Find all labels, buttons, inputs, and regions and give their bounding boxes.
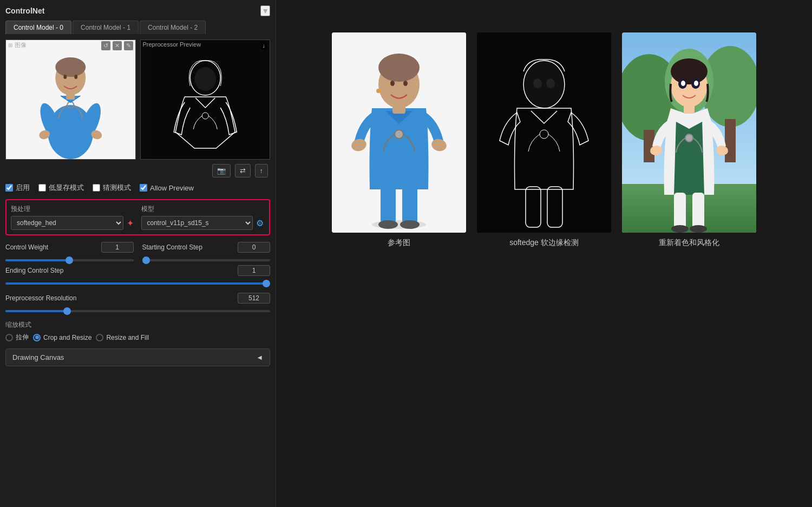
- input-image-label: ⊞ 图像: [8, 41, 27, 49]
- svg-point-49: [672, 62, 687, 79]
- reference-image: [332, 32, 466, 233]
- svg-rect-44: [725, 119, 736, 162]
- svg-rect-12: [151, 40, 259, 159]
- output-edge-label: softedge 软边缘检测: [509, 238, 579, 248]
- panel-collapse-button[interactable]: ▼: [260, 5, 270, 16]
- edge-detection-svg: [141, 40, 270, 159]
- anime-styled-image: [622, 32, 756, 233]
- svg-point-31: [395, 130, 403, 139]
- tab-control-model-0[interactable]: Control Model - 0: [5, 21, 71, 34]
- output-anime-label: 重新着色和风格化: [659, 238, 719, 248]
- drawing-canvas-label: Drawing Canvas: [12, 353, 64, 361]
- guess-mode-checkbox-label[interactable]: 猜测模式: [93, 183, 131, 193]
- input-image-box: ⊞ 图像 ↺ ✕ ✎: [5, 39, 136, 160]
- svg-rect-11: [66, 91, 75, 100]
- zoom-radio-resize-fill[interactable]: [96, 334, 103, 341]
- preprocessor-fire-button[interactable]: ✦: [126, 217, 135, 229]
- zoom-radio-stretch[interactable]: [5, 334, 13, 341]
- svg-point-25: [384, 58, 397, 74]
- svg-point-26: [390, 81, 395, 86]
- model-preprocessor-section: 预处理 softedge_hed ✦ 模型 control_v11p_sd15_…: [5, 199, 270, 235]
- starting-control-step-row: Starting Control Step: [142, 242, 271, 253]
- options-row: 启用 低显存模式 猜测模式 Allow Preview: [5, 183, 270, 193]
- preprocessor-resolution-value[interactable]: [238, 293, 270, 304]
- upload-button[interactable]: ↑: [255, 164, 269, 177]
- preprocessor-resolution-slider[interactable]: [5, 310, 270, 312]
- output-image-col-anime: 重新着色和风格化: [622, 32, 756, 248]
- svg-point-50: [691, 62, 706, 79]
- panel-title: ControlNet: [5, 6, 44, 15]
- low-vram-checkbox-label[interactable]: 低显存模式: [38, 183, 84, 193]
- model-select[interactable]: control_v11p_sd15_s: [141, 216, 253, 230]
- drawing-canvas-row[interactable]: Drawing Canvas ◄: [5, 348, 270, 366]
- model-col: 模型 control_v11p_sd15_s ⚙: [141, 205, 265, 230]
- svg-point-54: [694, 81, 698, 86]
- allow-preview-checkbox-label[interactable]: Allow Preview: [140, 184, 194, 192]
- control-weight-col: Control Weight: [5, 242, 134, 263]
- enable-checkbox-label[interactable]: 启用: [5, 183, 30, 193]
- tab-bar: Control Model - 0 Control Model - 1 Cont…: [5, 21, 270, 34]
- preprocessor-preview-label: Preprocessor Preview: [143, 41, 201, 48]
- preprocessor-select[interactable]: softedge_hed: [11, 216, 123, 230]
- starting-control-step-col: Starting Control Step: [142, 242, 271, 263]
- download-preview-button[interactable]: ↓: [260, 41, 268, 50]
- zoom-option-resize-fill[interactable]: Resize and Fill: [96, 333, 149, 342]
- ending-control-step-value[interactable]: [238, 265, 270, 276]
- tab-control-model-1[interactable]: Control Model - 1: [73, 21, 139, 34]
- model-refresh-button[interactable]: ⚙: [255, 217, 265, 229]
- ending-control-step-slider[interactable]: [5, 282, 270, 285]
- tab-control-model-2[interactable]: Control Model - 2: [140, 21, 206, 34]
- svg-point-53: [681, 81, 685, 86]
- input-image-canvas[interactable]: [6, 40, 135, 159]
- reference-image-svg: [332, 32, 466, 233]
- svg-rect-19: [402, 184, 417, 225]
- svg-point-3: [55, 57, 86, 77]
- right-panel: 参考图: [276, 0, 812, 507]
- action-buttons-row: 📷 ⇄ ↑: [5, 164, 270, 177]
- preprocessor-select-row: softedge_hed ✦: [11, 216, 135, 230]
- swap-button[interactable]: ⇄: [235, 164, 251, 177]
- svg-point-21: [400, 220, 420, 229]
- svg-rect-59: [692, 193, 704, 229]
- starting-control-step-slider[interactable]: [142, 259, 271, 261]
- control-weight-value[interactable]: [101, 242, 134, 253]
- ending-control-step-section: Ending Control Step: [5, 265, 270, 286]
- preprocessor-preview-controls: ↓: [260, 41, 268, 50]
- output-anime-frame: [622, 32, 756, 233]
- starting-control-step-value[interactable]: [238, 242, 270, 253]
- svg-point-5: [74, 75, 77, 79]
- panel-header: ControlNet ▼: [5, 5, 270, 16]
- brush-input-button[interactable]: ✎: [124, 41, 133, 50]
- zoom-mode-label: 缩放模式: [5, 320, 270, 330]
- close-input-button[interactable]: ✕: [113, 41, 122, 50]
- control-weight-slider[interactable]: [5, 259, 134, 261]
- svg-point-38: [546, 78, 555, 88]
- guess-mode-checkbox[interactable]: [93, 184, 100, 192]
- svg-rect-58: [674, 193, 686, 229]
- image-row: ⊞ 图像 ↺ ✕ ✎: [5, 39, 270, 160]
- edge-detection-image: [477, 32, 611, 233]
- svg-point-33: [523, 61, 565, 108]
- allow-preview-checkbox[interactable]: [140, 184, 147, 192]
- preprocessor-resolution-label: Preprocessor Resolution: [5, 294, 92, 302]
- svg-point-61: [690, 225, 707, 233]
- output-reference-frame: [332, 32, 466, 233]
- svg-rect-18: [381, 184, 396, 225]
- zoom-option-crop-resize[interactable]: Crop and Resize: [33, 333, 91, 342]
- preprocessor-col: 预处理 softedge_hed ✦: [11, 205, 135, 230]
- zoom-mode-section: 缩放模式 拉伸 Crop and Resize Resize and Fill: [5, 320, 270, 342]
- output-images-row: 参考图: [332, 32, 756, 248]
- model-row: 预处理 softedge_hed ✦ 模型 control_v11p_sd15_…: [11, 205, 265, 230]
- svg-point-28: [376, 89, 381, 93]
- preprocessor-preview-box: Preprocessor Preview ↓: [140, 39, 271, 160]
- low-vram-checkbox[interactable]: [38, 184, 46, 192]
- enable-checkbox[interactable]: [5, 184, 13, 192]
- output-edge-frame: [477, 32, 611, 233]
- preprocessor-label: 预处理: [11, 205, 135, 214]
- zoom-option-stretch[interactable]: 拉伸: [5, 333, 29, 342]
- model-label: 模型: [141, 205, 265, 214]
- refresh-input-button[interactable]: ↺: [101, 41, 110, 50]
- zoom-radio-crop-resize[interactable]: [33, 334, 41, 341]
- camera-button[interactable]: 📷: [212, 164, 231, 177]
- edge-detection-output-svg: [477, 32, 611, 233]
